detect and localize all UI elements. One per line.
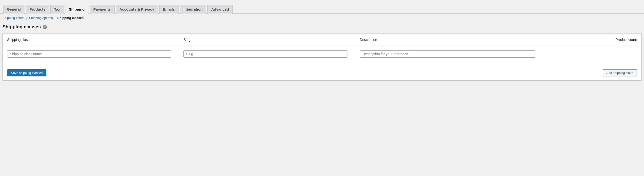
col-header-description: Description bbox=[360, 38, 549, 42]
add-shipping-class-button[interactable]: Add shipping class bbox=[603, 69, 637, 76]
tab-integration[interactable]: Integration bbox=[180, 5, 206, 13]
subnav-shipping-zones[interactable]: Shipping zones bbox=[2, 16, 24, 20]
subnav-shipping-classes: Shipping classes bbox=[57, 16, 84, 20]
subnav-separator: | bbox=[54, 16, 55, 20]
subnav-shipping-options[interactable]: Shipping options bbox=[29, 16, 53, 20]
subnav-separator: | bbox=[26, 16, 27, 20]
tab-payments[interactable]: Payments bbox=[90, 5, 114, 13]
col-header-count: Product count bbox=[549, 38, 637, 42]
page-title-row: Shipping classes ? bbox=[0, 20, 644, 32]
col-header-class: Shipping class bbox=[7, 38, 184, 42]
shipping-subnav: Shipping zones | Shipping options | Ship… bbox=[0, 13, 644, 20]
table-row bbox=[3, 46, 641, 65]
tab-advanced[interactable]: Advanced bbox=[208, 5, 232, 13]
shipping-classes-table: Shipping class Slug Description Product … bbox=[2, 33, 642, 81]
shipping-class-slug-input[interactable] bbox=[184, 50, 348, 58]
col-header-slug: Slug bbox=[184, 38, 360, 42]
page-title: Shipping classes bbox=[2, 24, 41, 29]
table-header: Shipping class Slug Description Product … bbox=[3, 34, 641, 46]
tab-shipping[interactable]: Shipping bbox=[65, 5, 88, 13]
shipping-class-description-input[interactable] bbox=[360, 50, 535, 58]
shipping-class-name-input[interactable] bbox=[7, 50, 171, 58]
tab-tax[interactable]: Tax bbox=[50, 5, 64, 13]
tab-general[interactable]: General bbox=[3, 5, 24, 13]
tab-products[interactable]: Products bbox=[26, 5, 49, 13]
settings-tabs: General Products Tax Shipping Payments A… bbox=[0, 0, 644, 13]
help-icon[interactable]: ? bbox=[43, 25, 47, 29]
tab-emails[interactable]: Emails bbox=[159, 5, 178, 13]
table-footer: Save shipping classes Add shipping class bbox=[3, 65, 641, 80]
tab-accounts-privacy[interactable]: Accounts & Privacy bbox=[116, 5, 158, 13]
save-shipping-classes-button[interactable]: Save shipping classes bbox=[7, 69, 46, 76]
